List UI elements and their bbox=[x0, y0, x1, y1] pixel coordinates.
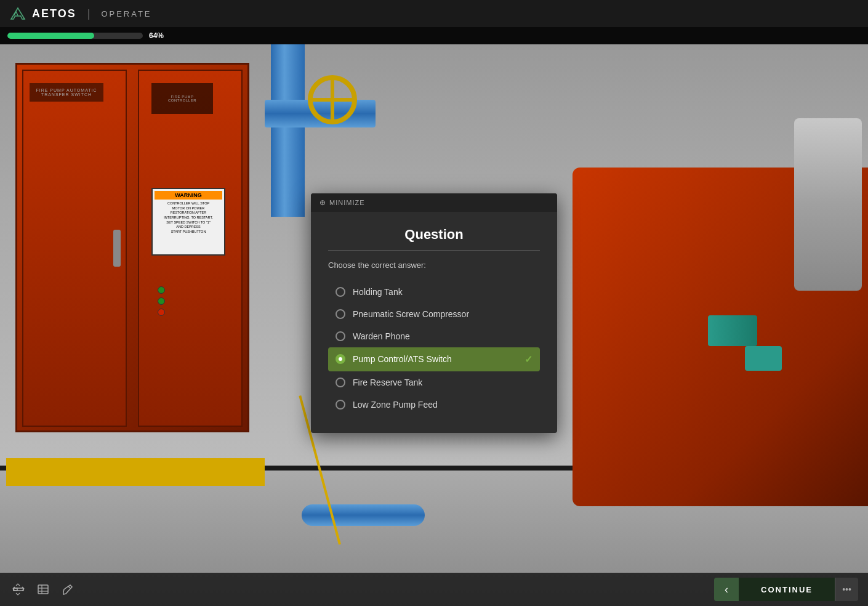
more-dots-icon: ••• bbox=[842, 584, 851, 594]
option-radio-inner-d bbox=[339, 357, 342, 361]
progress-fill bbox=[7, 33, 94, 39]
option-radio-f bbox=[336, 400, 345, 410]
back-arrow-icon: ‹ bbox=[725, 583, 728, 596]
layers-icon bbox=[37, 583, 49, 596]
question-modal: ⊕ MINIMIZE Question Choose the correct a… bbox=[311, 193, 557, 433]
logo-text: AETOS bbox=[32, 7, 76, 20]
question-prompt: Choose the correct answer: bbox=[328, 261, 540, 270]
pencil-icon bbox=[62, 583, 74, 596]
bottom-toolbar: ‹ CONTINUE ••• bbox=[0, 573, 868, 606]
option-checkmark-d: ✓ bbox=[524, 354, 532, 365]
progress-track bbox=[7, 33, 143, 39]
bottom-left-icons bbox=[10, 581, 76, 598]
option-radio-c bbox=[336, 331, 345, 341]
minimize-bar[interactable]: ⊕ MINIMIZE bbox=[311, 193, 557, 212]
options-list: Holding Tank Pneumatic Screw Compressor … bbox=[328, 281, 540, 416]
continue-group: ‹ CONTINUE ••• bbox=[714, 578, 858, 601]
option-label-a: Holding Tank bbox=[353, 287, 532, 297]
option-holding-tank[interactable]: Holding Tank bbox=[328, 281, 540, 303]
option-label-f: Low Zone Pump Feed bbox=[353, 400, 532, 410]
option-fire-reserve-tank[interactable]: Fire Reserve Tank bbox=[328, 371, 540, 394]
option-pneumatic-screw-compressor[interactable]: Pneumatic Screw Compressor bbox=[328, 303, 540, 325]
option-radio-b bbox=[336, 309, 345, 319]
move-icon bbox=[12, 583, 25, 596]
option-label-d: Pump Control/ATS Switch bbox=[353, 354, 517, 364]
modal-title-divider bbox=[328, 250, 540, 251]
minimize-label: MINIMIZE bbox=[329, 199, 365, 206]
option-low-zone-pump-feed[interactable]: Low Zone Pump Feed bbox=[328, 394, 540, 416]
option-radio-d bbox=[336, 354, 345, 364]
move-tool-button[interactable] bbox=[10, 581, 27, 598]
pencil-button[interactable] bbox=[59, 581, 76, 598]
modal-body: Question Choose the correct answer: Hold… bbox=[311, 212, 557, 433]
modal-overlay: ⊕ MINIMIZE Question Choose the correct a… bbox=[0, 44, 868, 606]
option-label-c: Warden Phone bbox=[353, 331, 532, 341]
top-navigation: AETOS | OPERATE bbox=[0, 0, 868, 27]
svg-rect-2 bbox=[38, 585, 48, 594]
layers-button[interactable] bbox=[34, 581, 52, 598]
option-warden-phone[interactable]: Warden Phone bbox=[328, 325, 540, 347]
aetos-logo-icon bbox=[10, 7, 26, 20]
minimize-icon: ⊕ bbox=[319, 198, 326, 207]
option-radio-e bbox=[336, 378, 345, 387]
option-label-b: Pneumatic Screw Compressor bbox=[353, 309, 532, 319]
progress-bar-container: 64% bbox=[0, 27, 868, 44]
logo-divider: | bbox=[87, 7, 90, 20]
logo-area: AETOS | OPERATE bbox=[10, 7, 152, 20]
operate-subtitle: OPERATE bbox=[101, 9, 151, 18]
svg-rect-1 bbox=[14, 588, 23, 591]
option-radio-a bbox=[336, 287, 345, 297]
more-options-button[interactable]: ••• bbox=[835, 578, 858, 601]
option-pump-control-ats-switch[interactable]: Pump Control/ATS Switch ✓ bbox=[328, 347, 540, 371]
back-button[interactable]: ‹ bbox=[714, 578, 739, 601]
progress-label: 64% bbox=[149, 31, 164, 40]
option-label-e: Fire Reserve Tank bbox=[353, 378, 532, 387]
modal-title: Question bbox=[328, 227, 540, 243]
continue-button[interactable]: CONTINUE bbox=[739, 578, 835, 601]
